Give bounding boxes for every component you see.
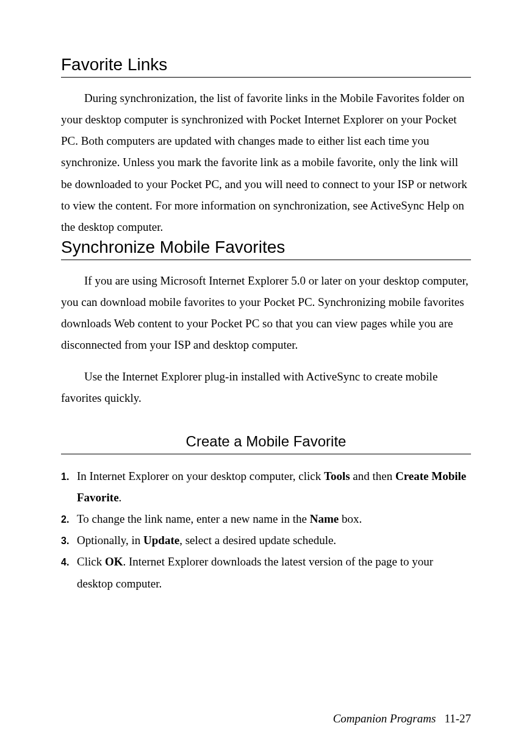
page-footer: Companion Programs11-27 — [333, 712, 471, 725]
bold-ok: OK — [105, 555, 123, 568]
page: Favorite Links During synchronization, t… — [0, 0, 532, 756]
step-2: To change the link name, enter a new nam… — [61, 508, 471, 529]
step-4: Click OK. Internet Explorer downloads th… — [61, 551, 471, 594]
text: , select a desired update schedule. — [179, 534, 336, 547]
footer-page-number: 11-27 — [444, 712, 471, 725]
text: box. — [339, 512, 362, 525]
text: To change the link name, enter a new nam… — [77, 512, 310, 525]
heading-sync-mobile-favorites: Synchronize Mobile Favorites — [61, 238, 471, 260]
bold-update: Update — [143, 534, 179, 547]
para-favorite-links: During synchronization, the list of favo… — [61, 87, 471, 238]
step-1: In Internet Explorer on your desktop com… — [61, 465, 471, 508]
text: Optionally, in — [77, 534, 143, 547]
para-sync-1: If you are using Microsoft Internet Expl… — [61, 270, 471, 356]
heading-create-mobile-favorite: Create a Mobile Favorite — [61, 433, 471, 454]
text: and then — [350, 470, 395, 482]
text: . Internet Explorer downloads the latest… — [77, 555, 433, 589]
bold-tools: Tools — [324, 470, 350, 482]
heading-favorite-links: Favorite Links — [61, 55, 471, 78]
text: Click — [77, 555, 105, 568]
step-3: Optionally, in Update, select a desired … — [61, 529, 471, 551]
steps-list: In Internet Explorer on your desktop com… — [61, 465, 471, 594]
text: . — [119, 491, 122, 504]
text: In Internet Explorer on your desktop com… — [77, 470, 324, 482]
bold-name: Name — [310, 512, 339, 525]
footer-title: Companion Programs — [333, 712, 436, 725]
para-sync-2: Use the Internet Explorer plug-in instal… — [61, 366, 471, 409]
